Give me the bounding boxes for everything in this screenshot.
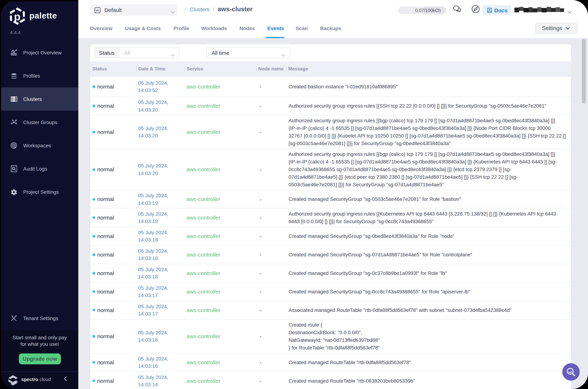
svg-text:p: p [14,10,21,23]
